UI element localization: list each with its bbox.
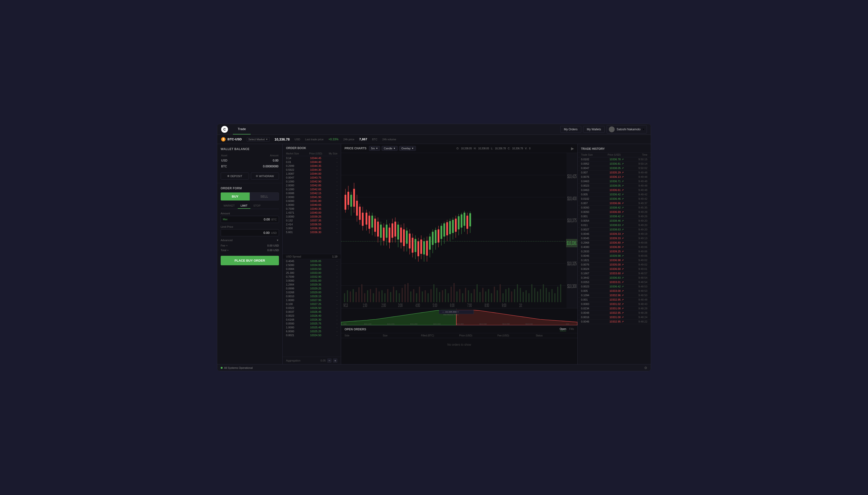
amount-input[interactable]	[229, 218, 270, 221]
order-book-ask-row[interactable]: 0.759910340.35-	[283, 207, 341, 211]
trade-history-row: 0.00110338.42 ↗9:49:26	[578, 215, 651, 219]
svg-text:$10,375: $10,375	[567, 217, 577, 223]
order-book-ask-row[interactable]: 3.000010339.25-	[283, 215, 341, 219]
order-book-bid-row[interactable]: 2.500010334.95-	[283, 263, 341, 267]
order-book-bid-row[interactable]: 0.404510335.05-	[283, 259, 341, 263]
order-book-bid-row[interactable]: 6.000010325.25-	[283, 329, 341, 333]
order-book-ask-row[interactable]: 0.068810342.15-	[283, 191, 341, 195]
oo-col-filled: Filled (BTC)	[421, 334, 459, 337]
svg-rect-12	[358, 287, 360, 302]
svg-rect-88	[350, 195, 352, 207]
trade-history-row: 0.005410338.46 ↗9:49:20	[578, 219, 651, 223]
my-wallets-button[interactable]: My Wallets	[583, 126, 605, 133]
order-book-ask-row[interactable]: 0.004710343.75-	[283, 176, 341, 180]
open-orders-cols: Side Size Filled (BTC) Price (USD) Fee (…	[341, 333, 577, 338]
charts-header: Price Charts 5m ▼ Candle ▼ Overlay ▼	[341, 144, 577, 153]
svg-text:$10,400: $10,400	[567, 195, 577, 201]
order-book-bid-row[interactable]: 3.026810329.00-	[283, 290, 341, 294]
order-book-ask-row[interactable]: 0.592210344.30-	[283, 168, 341, 172]
sell-button[interactable]: SELL	[250, 192, 279, 201]
order-book-ask-row[interactable]: 3.1410344.45-	[283, 156, 341, 160]
svg-rect-61	[499, 284, 501, 302]
svg-text:$10,430: $10,430	[479, 323, 487, 325]
last-price: 10,336.78	[275, 137, 290, 141]
order-book-bid-row[interactable]: 0.002110324.50-	[283, 333, 341, 337]
svg-rect-170	[469, 213, 471, 226]
my-orders-button[interactable]: My Orders	[560, 126, 581, 133]
order-book-bid-row[interactable]: 25.30010333.00-	[283, 271, 341, 275]
order-book-bid-row[interactable]: 1.000010325.45-	[283, 325, 341, 329]
order-book-bid-row[interactable]: 0.003710326.45-	[283, 310, 341, 314]
order-book-ask-row[interactable]: 1.000010340.65-	[283, 203, 341, 207]
order-book-ask-row[interactable]: 0.299910344.35-	[283, 164, 341, 168]
withdraw-button[interactable]: ⊖ WITHDRAW	[251, 172, 279, 180]
svg-rect-79	[552, 289, 553, 302]
order-book-ask-row[interactable]: 0.100010342.90-	[283, 180, 341, 184]
chart-type-select[interactable]: Candle ▼	[381, 146, 398, 151]
ohlcv-display: O: 10,338.05 H: 10,338.05 L: 10,336.78 C…	[456, 147, 530, 150]
order-book-ask-row[interactable]: 1.437110340.00-	[283, 211, 341, 215]
order-book-bid-row[interactable]: 0.099910329.25-	[283, 287, 341, 290]
order-book-ask-row[interactable]: 3.00010336.35-	[283, 226, 341, 230]
tab-limit[interactable]: LIMIT	[238, 203, 250, 209]
agg-plus-button[interactable]: +	[333, 358, 338, 363]
settings-icon[interactable]: ⚙	[644, 366, 648, 370]
svg-rect-96	[362, 213, 363, 226]
order-book-bid-row[interactable]: 0.050010325.75-	[283, 322, 341, 325]
svg-rect-11	[356, 292, 357, 302]
order-book-bid-row[interactable]: 1.000010327.95-	[283, 298, 341, 302]
market-select[interactable]: Select Market ▼	[247, 137, 270, 141]
agg-minus-button[interactable]: −	[327, 358, 332, 363]
order-book-ask-row[interactable]: 0.600010341.80-	[283, 199, 341, 203]
svg-rect-34	[422, 291, 423, 302]
tab-open[interactable]: Open	[560, 327, 567, 331]
tab-fills[interactable]: Fills	[569, 327, 574, 331]
user-menu[interactable]: Satoshi Nakamoto ▼	[607, 125, 647, 134]
order-book-ask-row[interactable]: 0.100010342.65-	[283, 187, 341, 191]
app-logo[interactable]: C	[221, 126, 228, 133]
order-book-ask-row[interactable]: 2.000010341.95-	[283, 195, 341, 199]
order-book-ask-row[interactable]: 0.0110344.40-	[283, 160, 341, 164]
order-book-bid-row[interactable]: 0.098410333.50-	[283, 267, 341, 271]
order-book-bid-row[interactable]: 1.290410329.35-	[283, 283, 341, 287]
order-book-bid-row[interactable]: 0.032210326.50-	[283, 306, 341, 310]
order-book-ask-row[interactable]: 2.000010342.85-	[283, 184, 341, 187]
deposit-button[interactable]: ⊕ DEPOSIT	[220, 172, 249, 180]
order-book-ask-row[interactable]: 1.008710344.00-	[283, 172, 341, 176]
advanced-toggle[interactable]: Advanced ▼	[220, 239, 279, 242]
svg-rect-124	[403, 229, 405, 246]
buy-button[interactable]: BUY	[220, 192, 250, 201]
order-book-ask-row[interactable]: 5.60110336.30-	[283, 230, 341, 234]
overlay-select[interactable]: Overlay ▼	[399, 146, 416, 151]
svg-rect-144	[432, 232, 433, 245]
chart-nav-right[interactable]: ▶	[571, 146, 574, 151]
trade-history-row: 0.009310336.69 ↗9:49:28	[578, 210, 651, 215]
order-book-bid-row[interactable]: 3.000010331.00-	[283, 279, 341, 283]
nav-tab-trade[interactable]: Trade	[233, 124, 251, 135]
trade-history-row: 0.002710338.63 ↗9:49:20	[578, 227, 651, 232]
order-book-bid-row[interactable]: 0.001010328.15-	[283, 294, 341, 298]
svg-rect-68	[520, 288, 521, 302]
order-book-bid-row[interactable]: 0.759910332.90-	[283, 275, 341, 279]
change-label: 24h price	[343, 138, 354, 141]
svg-text:$10,380: $10,380	[456, 323, 464, 325]
order-book-bid-row[interactable]: 0.10010327.25-	[283, 302, 341, 306]
candlestick-chart[interactable]: $10,425 $10,400 $10,375 $10,350 $10,336.…	[341, 153, 577, 308]
order-book-bid-row[interactable]: 0.616810326.30-	[283, 318, 341, 322]
timeframe-select[interactable]: 5m ▼	[369, 146, 380, 151]
order-book-ask-row[interactable]: 2.41410336.55-	[283, 222, 341, 226]
max-link[interactable]: Max	[223, 218, 228, 221]
order-book-bid-row[interactable]: 0.002310326.40-	[283, 314, 341, 318]
place-order-button[interactable]: PLACE BUY ORDER	[220, 256, 279, 265]
tab-market[interactable]: MARKET	[220, 203, 238, 209]
order-book-ask-row[interactable]: 0.13210337.35-	[283, 219, 341, 222]
tab-stop[interactable]: STOP	[250, 203, 264, 209]
limit-price-label: Limit Price	[220, 225, 279, 228]
user-avatar	[609, 126, 615, 132]
asset-usd: USD	[221, 158, 238, 163]
svg-rect-72	[531, 284, 533, 302]
svg-rect-33	[419, 287, 420, 302]
limit-price-input[interactable]	[223, 231, 270, 235]
chevron-down-icon: ▼	[266, 138, 268, 140]
trade-history-row: 0.010210336.46 ↗9:49:42	[578, 197, 651, 201]
